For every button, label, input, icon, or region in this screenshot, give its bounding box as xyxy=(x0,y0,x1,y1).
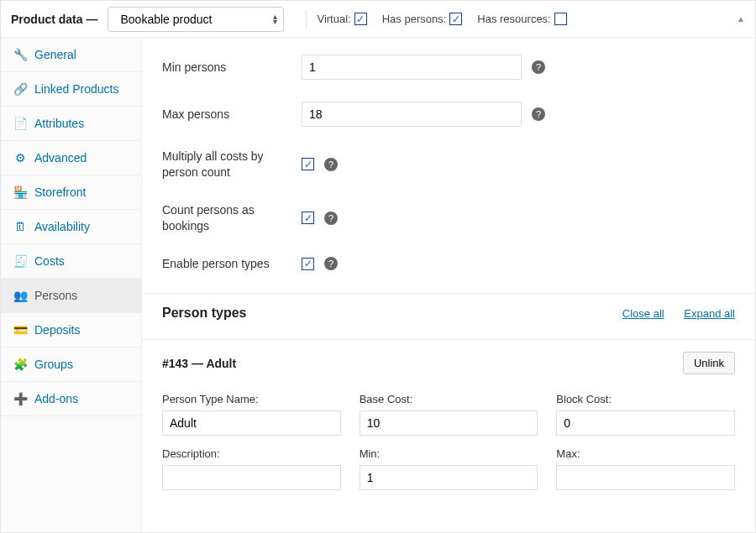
enable-types-row: Enable person types ? xyxy=(162,256,735,272)
has-persons-checkbox[interactable] xyxy=(449,13,462,25)
gear-icon: ⚙ xyxy=(13,151,28,165)
product-type-select-wrap: Bookable product ▴▾ xyxy=(108,7,284,32)
tab-list: 🔧General 🔗Linked Products 📄Attributes ⚙A… xyxy=(1,38,142,532)
tab-deposits[interactable]: 💳Deposits xyxy=(1,313,141,347)
pt-max-input[interactable] xyxy=(556,465,735,490)
pt-base-cost-input[interactable] xyxy=(360,410,538,436)
tab-general[interactable]: 🔧General xyxy=(1,38,141,72)
pt-base-cost-label: Base Cost: xyxy=(360,393,538,405)
virtual-checkbox[interactable] xyxy=(354,13,367,25)
tab-label: Advanced xyxy=(34,151,87,165)
pt-max-label: Max: xyxy=(556,447,735,460)
help-icon[interactable]: ? xyxy=(324,158,338,171)
person-type-card-header: #143 — Adult Unlink xyxy=(162,352,735,374)
help-icon[interactable]: ? xyxy=(532,107,545,121)
count-label: Count persons as bookings xyxy=(162,202,302,234)
pt-block-cost-label: Block Cost: xyxy=(556,393,735,405)
document-icon: 📄 xyxy=(13,117,28,130)
tab-label: Persons xyxy=(34,289,77,302)
count-checkbox[interactable] xyxy=(302,212,314,224)
wrench-icon: 🔧 xyxy=(13,48,28,61)
enable-types-label: Enable person types xyxy=(162,256,302,272)
panel-title: Product data — xyxy=(11,13,97,26)
divider xyxy=(142,339,755,340)
virtual-label: Virtual: xyxy=(317,13,350,25)
tab-label: Add-ons xyxy=(34,392,78,405)
tab-label: General xyxy=(34,48,76,61)
pt-min-input[interactable] xyxy=(360,465,538,490)
tab-costs[interactable]: 🧾Costs xyxy=(1,244,141,279)
unlink-button[interactable]: Unlink xyxy=(683,352,735,374)
min-persons-label: Min persons xyxy=(162,60,302,76)
has-resources-label: Has resources: xyxy=(477,13,550,25)
min-persons-input[interactable] xyxy=(302,55,522,80)
tab-persons[interactable]: 👥Persons xyxy=(1,279,141,313)
tab-label: Availability xyxy=(34,220,90,233)
multiply-row: Multiply all costs by person count ? xyxy=(162,149,735,180)
help-icon[interactable]: ? xyxy=(532,60,545,74)
tab-label: Costs xyxy=(34,254,65,268)
pt-description-field: Description: xyxy=(162,447,341,490)
max-persons-row: Max persons ? xyxy=(162,102,735,127)
tab-groups[interactable]: 🧩Groups xyxy=(1,347,141,382)
has-resources-checkbox[interactable] xyxy=(554,13,567,25)
min-persons-row: Min persons ? xyxy=(162,55,735,80)
pt-max-field: Max: xyxy=(556,447,735,490)
pt-description-label: Description: xyxy=(162,447,341,460)
tab-label: Linked Products xyxy=(34,82,118,96)
tab-content: Min persons ? Max persons ? Multiply all… xyxy=(142,38,755,532)
pt-min-label: Min: xyxy=(360,447,538,460)
pt-min-field: Min: xyxy=(360,447,538,490)
divider xyxy=(306,10,307,29)
multiply-checkbox[interactable] xyxy=(302,158,314,170)
enable-types-checkbox[interactable] xyxy=(302,258,314,270)
store-icon: 🏪 xyxy=(13,186,28,199)
person-types-header: Person types Close all Expand all xyxy=(162,306,735,321)
pt-block-cost-field: Block Cost: xyxy=(556,393,735,436)
divider xyxy=(142,293,755,294)
help-icon[interactable]: ? xyxy=(324,212,338,225)
link-icon: 🔗 xyxy=(13,82,28,96)
person-types-heading: Person types xyxy=(162,306,246,321)
count-row: Count persons as bookings ? xyxy=(162,202,735,234)
tab-storefront[interactable]: 🏪Storefront xyxy=(1,175,141,210)
puzzle-icon: 🧩 xyxy=(13,358,28,371)
person-type-title: #143 — Adult xyxy=(162,357,236,370)
receipt-icon: 🧾 xyxy=(13,254,28,268)
tab-attributes[interactable]: 📄Attributes xyxy=(1,107,141,141)
pt-name-label: Person Type Name: xyxy=(162,393,341,405)
collapse-panel-icon[interactable]: ▲ xyxy=(737,14,745,24)
pt-base-cost-field: Base Cost: xyxy=(360,393,538,436)
tab-availability[interactable]: 🗓Availability xyxy=(1,210,141,244)
pt-description-input[interactable] xyxy=(162,465,341,490)
max-persons-input[interactable] xyxy=(302,102,522,127)
product-data-panel: Product data — Bookable product ▴▾ Virtu… xyxy=(0,0,756,533)
persons-icon: 👥 xyxy=(13,289,28,302)
plus-icon: ➕ xyxy=(13,392,28,405)
tab-addons[interactable]: ➕Add-ons xyxy=(1,382,141,416)
panel-body: 🔧General 🔗Linked Products 📄Attributes ⚙A… xyxy=(1,38,755,532)
virtual-option: Virtual: xyxy=(317,13,370,25)
card-icon: 💳 xyxy=(13,323,28,337)
tab-label: Groups xyxy=(34,358,73,371)
pt-name-field: Person Type Name: xyxy=(162,393,341,436)
tab-advanced[interactable]: ⚙Advanced xyxy=(1,141,141,175)
close-all-link[interactable]: Close all xyxy=(622,307,664,320)
person-types-links: Close all Expand all xyxy=(606,307,735,320)
has-resources-option: Has resources: xyxy=(477,13,570,25)
person-type-card: #143 — Adult Unlink Person Type Name: Ba… xyxy=(162,352,735,490)
tab-label: Attributes xyxy=(34,117,84,130)
multiply-label: Multiply all costs by person count xyxy=(162,149,302,180)
max-persons-label: Max persons xyxy=(162,107,302,123)
tab-linked-products[interactable]: 🔗Linked Products xyxy=(1,72,141,107)
tab-label: Storefront xyxy=(34,186,86,199)
person-type-grid: Person Type Name: Base Cost: Block Cost:… xyxy=(162,393,735,490)
pt-name-input[interactable] xyxy=(162,410,341,436)
has-persons-option: Has persons: xyxy=(382,13,466,25)
help-icon[interactable]: ? xyxy=(324,257,338,270)
has-persons-label: Has persons: xyxy=(382,13,447,25)
pt-block-cost-input[interactable] xyxy=(556,410,735,436)
product-type-select[interactable]: Bookable product xyxy=(108,7,284,32)
expand-all-link[interactable]: Expand all xyxy=(684,307,735,320)
panel-header: Product data — Bookable product ▴▾ Virtu… xyxy=(1,1,755,38)
